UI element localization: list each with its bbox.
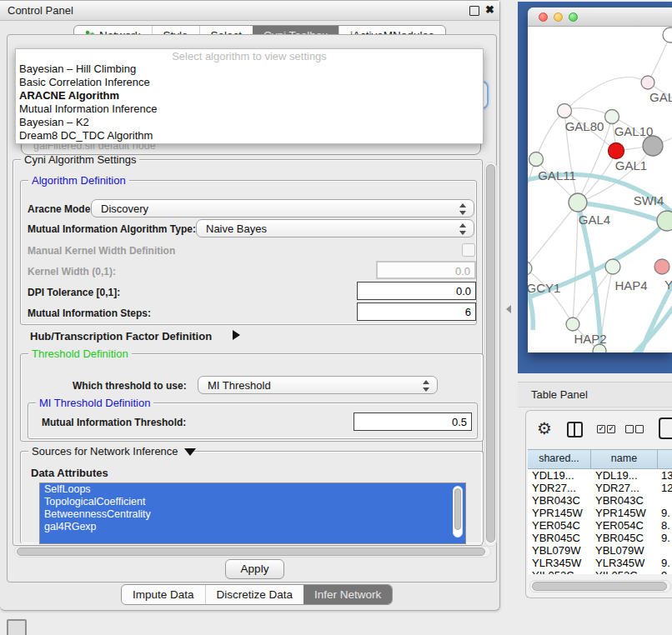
settings-hscrollbar-thumb[interactable] xyxy=(17,548,485,556)
close-icon[interactable]: ✖ xyxy=(485,3,494,16)
list-item-partial[interactable] xyxy=(40,533,465,544)
mac-zoom-button[interactable] xyxy=(569,12,578,22)
list-scrollbar-thumb[interactable] xyxy=(454,488,461,530)
algorithm-option-highlighted[interactable]: ARACNE Algorithm xyxy=(16,89,483,102)
node-gal10[interactable] xyxy=(605,110,619,124)
hub-definition-label[interactable]: Hub/Transcription Factor Definition xyxy=(30,330,212,342)
table-panel: ⚙ ✓ ✓ shared... name YDL19... YDL19... 1… xyxy=(525,410,672,598)
column-header[interactable] xyxy=(658,450,672,468)
cell-name: YPR145W xyxy=(595,507,657,519)
algorithm-option[interactable]: Basic Correlation Inference xyxy=(16,76,483,89)
group-title: Threshold Definition xyxy=(28,348,132,360)
which-threshold-label: Which threshold to use: xyxy=(73,380,187,392)
table-row[interactable]: YBL079W YBL079W xyxy=(528,544,672,557)
cell-shared-name: YBR045C xyxy=(532,532,590,544)
mac-close-button[interactable] xyxy=(539,12,548,22)
group-title: Algorithm Definition xyxy=(28,174,129,187)
deselect-all-icon[interactable] xyxy=(635,425,644,433)
tab-impute-data[interactable]: Impute Data xyxy=(122,585,205,604)
select-all-icon[interactable]: ✓ xyxy=(607,425,615,433)
cell-shared-name: YLR345W xyxy=(532,557,590,569)
docked-panel-icon[interactable] xyxy=(7,619,27,635)
mi-algorithm-type-select[interactable]: Naive Bayes xyxy=(196,219,474,238)
node-hap2[interactable] xyxy=(566,318,579,331)
cell-value xyxy=(661,544,672,557)
group-title: Sources for Network Inference xyxy=(28,445,193,458)
table-row[interactable]: YDL19... YDL19... 13 xyxy=(528,469,672,482)
dpi-tolerance-field[interactable]: 0.0 xyxy=(357,282,476,300)
list-item[interactable]: SelfLoops xyxy=(40,483,465,496)
column-header[interactable]: shared... xyxy=(528,450,591,468)
deselect-all-icon[interactable] xyxy=(625,425,634,433)
table-row[interactable]: YDR27... YDR27... 12 xyxy=(528,482,672,494)
network-window-titlebar[interactable] xyxy=(528,8,672,27)
table-row[interactable]: YLR345W YLR345W 9. xyxy=(528,557,672,569)
settings-scrollbar[interactable] xyxy=(484,162,497,547)
network-canvas[interactable]: GAL GAL80 GAL10 GAL1 GAL11 GAL4 SWI4 GCY… xyxy=(528,26,672,352)
apply-button[interactable]: Apply xyxy=(225,559,284,579)
columns-icon[interactable] xyxy=(567,422,583,438)
cyni-algorithm-settings-group: Cyni Algorithm Settings Algorithm Defini… xyxy=(13,159,483,546)
algorithm-definition-group: Algorithm Definition Aracne Mode: Discov… xyxy=(20,180,477,325)
algorithm-option[interactable]: Bayesian – K2 xyxy=(16,116,483,129)
node-salmon[interactable] xyxy=(654,259,669,274)
mi-threshold-field[interactable]: 0.5 xyxy=(354,412,472,431)
list-item[interactable]: BetweennessCentrality xyxy=(40,508,465,521)
cell-value: 12 xyxy=(661,482,672,494)
column-header[interactable]: name xyxy=(591,450,658,468)
expand-right-icon[interactable] xyxy=(233,330,240,340)
network-nodes[interactable] xyxy=(528,28,672,352)
cell-shared-name: YDR27... xyxy=(532,482,590,494)
cell-shared-name: YIL052C xyxy=(532,569,590,574)
table-row[interactable]: YPR145W YPR145W 9. xyxy=(528,507,672,519)
node-gray[interactable] xyxy=(643,136,663,156)
table-row[interactable]: YBR043C YBR043C xyxy=(528,494,672,507)
table-row[interactable]: YER054C YER054C 8. xyxy=(528,519,672,532)
node-gal11[interactable] xyxy=(529,152,544,167)
list-scrollbar[interactable] xyxy=(453,486,463,538)
node-gal4[interactable] xyxy=(569,193,587,212)
float-panel-icon[interactable] xyxy=(469,6,479,16)
algorithm-option[interactable]: Bayesian – Hill Climbing xyxy=(16,62,483,76)
group-title: Cyni Algorithm Settings xyxy=(21,153,139,166)
cell-name: YER054C xyxy=(595,519,657,532)
mac-minimize-button[interactable] xyxy=(554,12,563,22)
manual-kernel-checkbox[interactable] xyxy=(462,243,475,257)
aracne-mode-select[interactable]: Discovery xyxy=(91,199,474,218)
node-hap4[interactable] xyxy=(605,259,620,274)
table-row[interactable]: YBR045C YBR045C 9. xyxy=(528,532,672,544)
gear-icon[interactable]: ⚙ xyxy=(537,418,552,438)
settings-hscrollbar[interactable] xyxy=(14,546,491,558)
node-gal1-selected[interactable] xyxy=(609,143,624,159)
which-threshold-select[interactable]: MI Threshold xyxy=(198,376,438,394)
tab-infer-network[interactable]: Infer Network xyxy=(303,585,392,604)
stepper-arrows-icon xyxy=(459,223,466,235)
node-gal[interactable] xyxy=(641,76,654,89)
algorithm-option[interactable]: Mutual Information Inference xyxy=(16,102,483,116)
algorithm-option[interactable]: Dream8 DC_TDC Algorithm xyxy=(16,129,483,142)
tab-discretize-data[interactable]: Discretize Data xyxy=(205,585,304,604)
node-gal80[interactable] xyxy=(558,104,572,118)
data-attributes-list[interactable]: SelfLoops TopologicalCoefficient Between… xyxy=(39,482,466,544)
node-label: HAP4 xyxy=(614,278,647,292)
list-item[interactable]: gal4RGexp xyxy=(40,521,465,533)
node-swi4[interactable] xyxy=(657,211,672,231)
mi-steps-field[interactable]: 6 xyxy=(357,302,476,321)
table-row[interactable]: YIL052C YIL052C 9. xyxy=(528,569,672,574)
function-builder-icon[interactable] xyxy=(659,418,672,439)
sources-group: Sources for Network Inference Data Attri… xyxy=(20,451,484,543)
node-label: GAL80 xyxy=(565,119,604,133)
table-hscrollbar[interactable] xyxy=(529,580,671,592)
list-item[interactable]: TopologicalCoefficient xyxy=(40,496,465,508)
panel-splitter-arrow-icon[interactable] xyxy=(506,305,511,313)
selected-value: MI Threshold xyxy=(208,379,271,392)
select-all-icon[interactable]: ✓ xyxy=(597,425,605,433)
cell-value: 9. xyxy=(661,532,672,544)
settings-scrollbar-thumb[interactable] xyxy=(486,164,495,542)
kernel-width-field[interactable]: 0.0 xyxy=(376,261,476,279)
table-hscrollbar-thumb[interactable] xyxy=(532,582,667,591)
node-unlabeled[interactable] xyxy=(663,28,672,42)
group-title: MI Threshold Definition xyxy=(36,397,153,409)
collapse-down-icon[interactable] xyxy=(184,448,196,456)
network-view-window[interactable]: GAL GAL80 GAL10 GAL1 GAL11 GAL4 SWI4 GCY… xyxy=(528,8,672,352)
